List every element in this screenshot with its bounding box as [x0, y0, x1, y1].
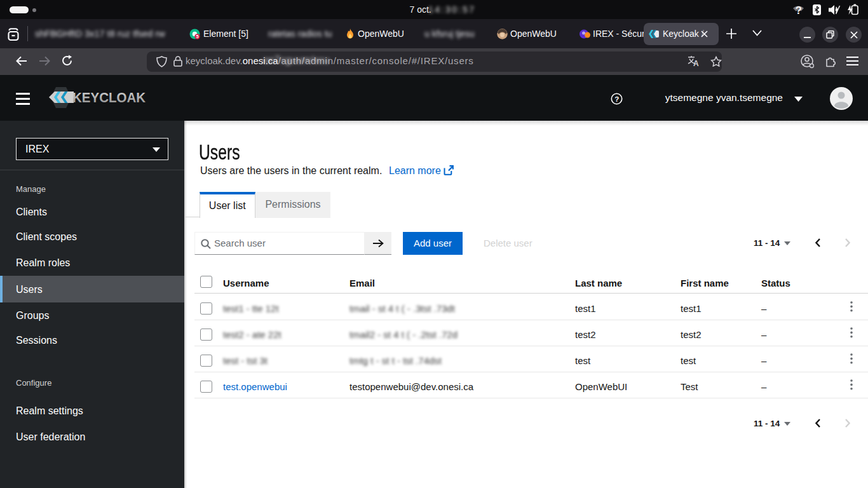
svg-text:?: ? — [796, 4, 802, 16]
svg-text:A: A — [693, 59, 699, 67]
svg-text:KEYCLOAK: KEYCLOAK — [72, 90, 146, 105]
svg-text:?: ? — [614, 95, 619, 103]
svg-text:5: 5 — [196, 34, 199, 39]
